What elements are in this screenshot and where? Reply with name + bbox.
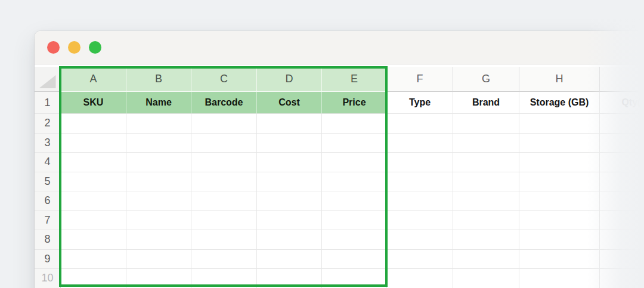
cell-D2[interactable] — [257, 114, 322, 134]
row-header-10[interactable]: 10 — [35, 269, 61, 288]
row-header-5[interactable]: 5 — [35, 172, 61, 192]
cell-H2[interactable] — [519, 114, 600, 134]
cell-A4[interactable] — [61, 153, 126, 172]
column-header-G[interactable]: G — [453, 67, 519, 92]
cell-C9[interactable] — [191, 250, 257, 270]
cell-A6[interactable] — [61, 191, 126, 211]
cell-partial10[interactable] — [600, 269, 644, 288]
cell-F4[interactable] — [387, 153, 453, 172]
cell-H3[interactable] — [519, 134, 600, 153]
cell-E6[interactable] — [322, 191, 387, 211]
cell-C6[interactable] — [191, 191, 257, 211]
cell-A5[interactable] — [61, 172, 126, 192]
cell-E9[interactable] — [322, 250, 387, 270]
close-button[interactable] — [47, 41, 60, 54]
cell-B3[interactable] — [126, 134, 191, 153]
cell-G8[interactable] — [453, 230, 519, 250]
column-header-E[interactable]: E — [322, 67, 387, 92]
column-header-partial[interactable] — [600, 67, 644, 92]
row-header-2[interactable]: 2 — [35, 114, 61, 134]
row-header-9[interactable]: 9 — [35, 250, 61, 270]
cell-A1[interactable]: SKU — [61, 92, 126, 114]
cell-E1[interactable]: Price — [322, 92, 387, 114]
cell-H10[interactable] — [519, 269, 600, 288]
cell-E7[interactable] — [322, 211, 387, 231]
row-header-8[interactable]: 8 — [35, 230, 61, 250]
column-header-D[interactable]: D — [257, 67, 322, 92]
cell-A10[interactable] — [61, 269, 126, 288]
cell-H5[interactable] — [519, 172, 600, 192]
cell-E10[interactable] — [322, 269, 387, 288]
cell-F7[interactable] — [387, 211, 453, 231]
cell-C8[interactable] — [191, 230, 257, 250]
cell-D4[interactable] — [257, 153, 322, 172]
cell-B1[interactable]: Name — [126, 92, 191, 114]
cell-B8[interactable] — [126, 230, 191, 250]
cell-B2[interactable] — [126, 114, 191, 134]
cell-D8[interactable] — [257, 230, 322, 250]
cell-H6[interactable] — [519, 191, 600, 211]
cell-partial3[interactable] — [600, 134, 644, 153]
cell-D1[interactable]: Cost — [257, 92, 322, 114]
cell-E5[interactable] — [322, 172, 387, 192]
column-header-C[interactable]: C — [191, 67, 257, 92]
cell-E3[interactable] — [322, 134, 387, 153]
row-header-3[interactable]: 3 — [35, 134, 61, 153]
cell-H1[interactable]: Storage (GB) — [519, 92, 600, 114]
cell-G2[interactable] — [453, 114, 519, 134]
cell-C7[interactable] — [191, 211, 257, 231]
cell-D9[interactable] — [257, 250, 322, 270]
cell-B4[interactable] — [126, 153, 191, 172]
cell-F2[interactable] — [387, 114, 453, 134]
cell-G7[interactable] — [453, 211, 519, 231]
cell-A8[interactable] — [61, 230, 126, 250]
cell-B10[interactable] — [126, 269, 191, 288]
cell-partial8[interactable] — [600, 230, 644, 250]
cell-G9[interactable] — [453, 250, 519, 270]
cell-G3[interactable] — [453, 134, 519, 153]
cell-partial9[interactable] — [600, 250, 644, 270]
cell-G6[interactable] — [453, 191, 519, 211]
cell-A3[interactable] — [61, 134, 126, 153]
cell-partial7[interactable] — [600, 211, 644, 231]
column-header-H[interactable]: H — [519, 67, 600, 92]
minimize-button[interactable] — [68, 41, 80, 54]
cell-partial4[interactable] — [600, 153, 644, 172]
cell-B6[interactable] — [126, 191, 191, 211]
row-header-4[interactable]: 4 — [35, 153, 61, 172]
cell-F1[interactable]: Type — [387, 92, 453, 114]
cell-G4[interactable] — [453, 153, 519, 172]
cell-G5[interactable] — [453, 172, 519, 192]
cell-B9[interactable] — [126, 250, 191, 270]
cell-E2[interactable] — [322, 114, 387, 134]
cell-E8[interactable] — [322, 230, 387, 250]
cell-F9[interactable] — [387, 250, 453, 270]
zoom-button[interactable] — [89, 41, 101, 54]
cell-D10[interactable] — [257, 269, 322, 288]
cell-B7[interactable] — [126, 211, 191, 231]
row-header-6[interactable]: 6 — [35, 191, 61, 211]
cell-H7[interactable] — [519, 211, 600, 231]
cell-partial5[interactable] — [600, 172, 644, 192]
cell-A2[interactable] — [61, 114, 126, 134]
cell-B5[interactable] — [126, 172, 191, 192]
cell-H4[interactable] — [519, 153, 600, 172]
cell-G1[interactable]: Brand — [453, 92, 519, 114]
cell-D6[interactable] — [257, 191, 322, 211]
row-header-1[interactable]: 1 — [35, 92, 61, 114]
column-header-F[interactable]: F — [387, 67, 453, 92]
cell-D7[interactable] — [257, 211, 322, 231]
cell-F5[interactable] — [387, 172, 453, 192]
cell-C5[interactable] — [191, 172, 257, 192]
cell-F8[interactable] — [387, 230, 453, 250]
window-titlebar[interactable] — [35, 31, 644, 64]
cell-C2[interactable] — [191, 114, 257, 134]
cell-G10[interactable] — [453, 269, 519, 288]
cell-D3[interactable] — [257, 134, 322, 153]
cell-A7[interactable] — [61, 211, 126, 231]
cell-H9[interactable] — [519, 250, 600, 270]
column-header-A[interactable]: A — [61, 67, 126, 92]
cell-A9[interactable] — [61, 250, 126, 270]
cell-F6[interactable] — [387, 191, 453, 211]
cell-C4[interactable] — [191, 153, 257, 172]
